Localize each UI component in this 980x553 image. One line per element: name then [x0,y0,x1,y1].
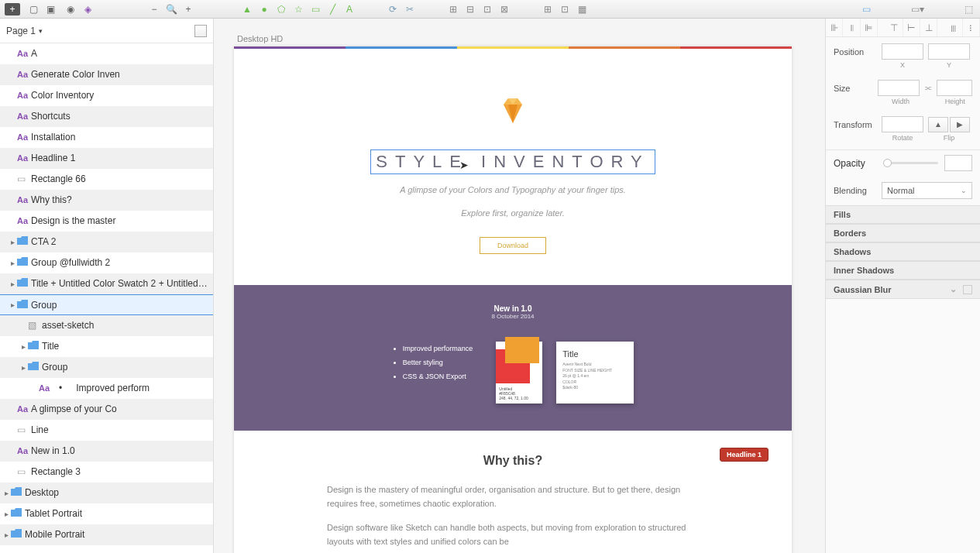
distribute-h-icon[interactable]: ⫼ [945,19,962,36]
inspector-section-inner-shadows[interactable]: Inner Shadows [826,261,980,280]
flip-h-button[interactable]: ▲ [928,117,948,132]
layer-row[interactable]: Desktop [0,483,213,503]
layer-row[interactable]: AaNew in 1.0 [0,441,213,462]
layer-row[interactable]: AaA glimpse of your Co [0,399,213,420]
inspector-section-gaussian-blur[interactable]: Gaussian Blur⌄ [826,280,980,299]
y-input[interactable] [928,43,970,60]
line-shape-icon[interactable]: ╱ [325,2,339,16]
artboard-name[interactable]: Desktop HD [237,34,283,43]
layer-row[interactable]: ▭Rectangle 3 [0,462,213,483]
tagline-1: A glimpse of your Colors and Typography … [249,184,776,198]
pages-grid-icon[interactable] [194,25,207,37]
ungroup-icon[interactable]: ▣ [43,2,57,16]
layer-row[interactable]: Group @fullwidth 2 [0,252,213,273]
layer-row[interactable]: AaInstallation [0,127,213,148]
layer-row[interactable]: AaColor Inventory [0,85,213,106]
align-center-icon[interactable]: ⫴ [843,19,860,36]
layer-row[interactable]: Title + Untitled Color Swatch 2 + Untitl… [0,273,213,294]
layer-row[interactable]: ▭Line [0,420,213,441]
flip-label: Flip [928,134,970,142]
x-input[interactable] [882,43,923,60]
zoom-icon[interactable]: 🔍 [164,2,178,16]
layer-row[interactable]: AaHeadline 1 [0,148,213,169]
mirror-icon[interactable]: ▭ [859,2,873,16]
layer-row[interactable]: Group [0,357,213,378]
plugin-icon[interactable]: ◈ [81,2,95,16]
layout-icon[interactable]: ▦ [575,2,589,16]
blending-select[interactable]: Normal⌄ [882,182,972,199]
copy-style-icon[interactable]: ◉ [64,2,77,16]
align-right-icon[interactable]: ⊫ [861,19,878,36]
flip-v-button[interactable]: ▶ [950,117,970,132]
layer-row[interactable]: ▭Rectangle 66 [0,169,213,190]
layer-row[interactable]: ▧asset-sketch [0,315,213,336]
page-selector[interactable]: Page 1 ▾ [0,19,213,43]
oval-shape-icon[interactable]: ● [257,2,271,16]
layer-row[interactable]: Aa•Improved perform [0,378,213,399]
size-label: Size [834,84,873,93]
align-grid-icon[interactable]: ⊞ [541,2,555,16]
inspector-section-fills[interactable]: Fills [826,205,980,224]
export-icon[interactable]: ⬚ [961,2,975,16]
difference-icon[interactable]: ⊠ [497,2,511,16]
triangle-shape-icon[interactable]: ▲ [240,2,254,16]
new-date: 8 October 2014 [257,313,769,320]
rotate-icon[interactable]: ⟳ [386,2,400,16]
x-label: X [882,61,923,69]
opacity-slider[interactable] [883,162,938,164]
add-icon[interactable]: + [5,3,20,15]
subtract-icon[interactable]: ⊟ [463,2,477,16]
polygon-shape-icon[interactable]: ⬠ [274,2,288,16]
height-input[interactable] [937,80,972,96]
headline-badge[interactable]: Headline 1 [720,448,769,462]
download-button[interactable]: Download [480,237,546,254]
scissors-icon[interactable]: ✂ [403,2,417,16]
page-name: Page 1 [6,26,36,36]
opacity-input[interactable] [944,155,972,171]
rotate-input[interactable] [882,116,923,132]
view-icon[interactable]: ▭▾ [910,2,924,16]
distribute-v-icon[interactable]: ⫶ [963,19,980,36]
zoom-out-icon[interactable]: − [147,2,161,16]
layer-row[interactable]: AaWhy this? [0,190,213,211]
text-shape-icon[interactable]: A [342,2,356,16]
align-middle-icon[interactable]: ⊢ [903,19,920,36]
zoom-in-icon[interactable]: + [181,2,195,16]
layer-row[interactable]: CTA 2 [0,232,213,252]
lock-aspect-icon[interactable]: ⫘ [924,84,932,92]
layer-row[interactable]: AaA [0,43,213,64]
distribute-icon[interactable]: ⊡ [558,2,572,16]
align-toolbar: ⊪ ⫴ ⊫ ⊤ ⊢ ⊥ ⫼ ⫶ [826,19,980,37]
feature-bullet: Better styling [403,356,473,369]
why-p1: Design is the mastery of meaningful orde… [327,483,699,510]
transform-label: Transform [834,120,877,129]
layer-row[interactable]: Group [0,294,213,315]
inspector-section-shadows[interactable]: Shadows [826,242,980,261]
layer-list[interactable]: AaAAaGenerate Color InvenAaColor Invento… [0,43,213,553]
star-shape-icon[interactable]: ☆ [291,2,305,16]
layer-row[interactable]: Mobile Portrait [0,524,213,545]
intersect-icon[interactable]: ⊡ [480,2,494,16]
layer-row[interactable]: Tablet Portrait [0,503,213,524]
rect-shape-icon[interactable]: ▭ [308,2,322,16]
type-meta4: $dark-80 [562,385,628,391]
layer-row[interactable]: AaGenerate Color Inven [0,64,213,85]
new-section: New in 1.0 8 October 2014 Improved perfo… [234,285,792,431]
canvas[interactable]: Desktop HD STYLE INVENTORY ➤ A glimpse o… [214,19,825,553]
rainbow-bar [234,46,792,49]
artboard: STYLE INVENTORY ➤ A glimpse of your Colo… [234,46,792,553]
layer-row[interactable]: AaShortcuts [0,106,213,127]
width-input[interactable] [878,80,920,96]
swatch-count: 248, 44, 72, 1.00 [499,396,539,400]
headline-text[interactable]: STYLE INVENTORY [370,149,655,174]
layer-row[interactable]: AaDesign is the master [0,211,213,232]
feature-bullet: CSS & JSON Export [403,369,473,383]
union-icon[interactable]: ⊞ [446,2,460,16]
align-left-icon[interactable]: ⊪ [826,19,843,36]
inspector-section-borders[interactable]: Borders [826,224,980,242]
inspector-panel: ⊪ ⫴ ⊫ ⊤ ⊢ ⊥ ⫼ ⫶ Position XY Size ⫘ [825,19,980,553]
layer-row[interactable]: Title [0,336,213,357]
group-icon[interactable]: ▢ [26,2,40,16]
align-bottom-icon[interactable]: ⊥ [920,19,937,36]
align-top-icon[interactable]: ⊤ [885,19,903,36]
